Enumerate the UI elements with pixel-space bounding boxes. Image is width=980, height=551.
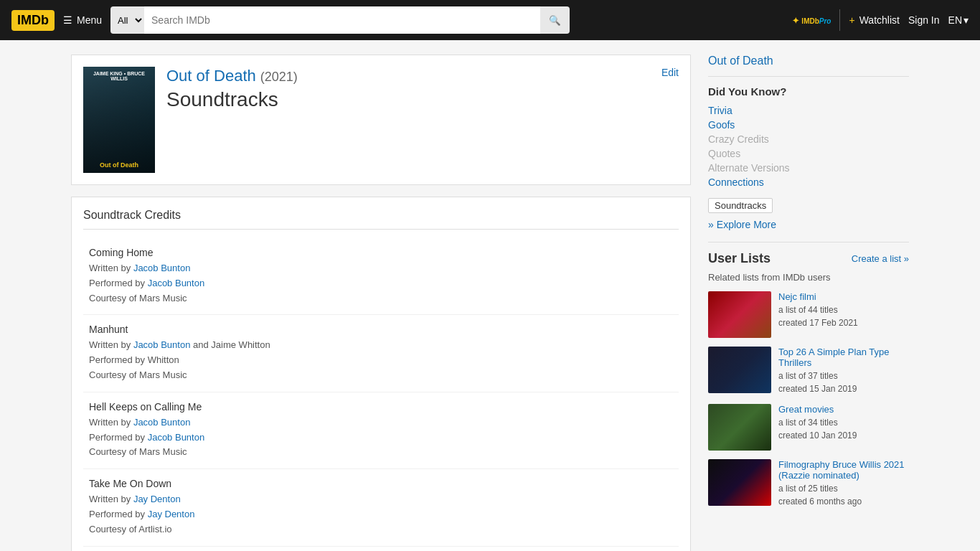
list-item: Top 26 A Simple Plan Type Thrillers a li…	[708, 347, 909, 395]
movie-year: (2021)	[260, 70, 298, 84]
soundtracks-badge: Soundtracks	[708, 198, 773, 213]
writer-link[interactable]: Jacob Bunton	[133, 263, 191, 273]
list-thumbnail	[708, 291, 771, 338]
search-input[interactable]	[144, 6, 540, 34]
trivia-link[interactable]: Trivia	[708, 105, 732, 116]
track-name: Manhunt	[89, 324, 673, 335]
related-lists-subtitle: Related lists from IMDb users	[708, 272, 909, 283]
main-content: JAIME KING • BRUCE WILLIS Out of Death O…	[71, 55, 691, 551]
poster-title-text: Out of Death	[88, 161, 151, 169]
track-meta: Written by Jacob Bunton and Jaime Whitto…	[89, 338, 673, 382]
list-info: Great movies a list of 34 titlescreated …	[778, 404, 909, 442]
performer-link[interactable]: Jacob Bunton	[148, 432, 205, 443]
connections-link[interactable]: Connections	[708, 176, 764, 188]
list-item: Nejc filmi a list of 44 titlescreated 17…	[708, 291, 909, 338]
track-name: Coming Home	[89, 247, 673, 258]
user-lists-header: User Lists Create a list »	[708, 251, 909, 266]
watchlist-button[interactable]: + Watchlist	[849, 14, 899, 26]
list-item: Great movies a list of 34 titlescreated …	[708, 404, 909, 451]
sidebar: Out of Death Did You Know? Trivia Goofs …	[708, 55, 909, 551]
quotes-label: Quotes	[708, 148, 740, 159]
chevron-down-icon: ▾	[963, 14, 969, 26]
list-meta: a list of 44 titlescreated 17 Feb 2021	[778, 303, 909, 329]
writer-link[interactable]: Jacob Bunton	[133, 417, 191, 428]
list-meta: a list of 37 titlescreated 15 Jan 2019	[778, 369, 909, 395]
double-chevron-icon: »	[708, 219, 714, 230]
performer-link[interactable]: Jacob Bunton	[148, 278, 205, 288]
edit-button[interactable]: Edit	[661, 67, 679, 78]
explore-more-link[interactable]: » Explore More	[708, 219, 909, 230]
sidebar-item-trivia: Trivia	[708, 103, 909, 118]
sidebar-item-quotes: Quotes	[708, 146, 909, 161]
sidebar-item-connections: Connections	[708, 175, 909, 189]
search-button[interactable]: 🔍	[540, 6, 570, 34]
movie-poster: JAIME KING • BRUCE WILLIS Out of Death	[83, 67, 155, 173]
credits-title: Soundtrack Credits	[83, 209, 679, 230]
list-thumbnail	[708, 347, 771, 393]
sidebar-divider-2	[708, 242, 909, 242]
main-header: IMDb ☰ Menu All 🔍 ✦ IMDbPro + Watchlist …	[0, 0, 980, 40]
goofs-link[interactable]: Goofs	[708, 119, 735, 131]
movie-header-card: JAIME KING • BRUCE WILLIS Out of Death O…	[71, 55, 691, 185]
list-meta: a list of 25 titlescreated 6 months ago	[778, 482, 909, 508]
list-info: Filmography Bruce Willis 2021 (Razzie no…	[778, 459, 909, 508]
hamburger-icon: ☰	[63, 14, 72, 26]
header-divider	[839, 9, 840, 31]
poster-actors-text: JAIME KING • BRUCE WILLIS	[88, 71, 151, 81]
track-item: Coming Home Written by Jacob Bunton Perf…	[83, 238, 679, 315]
did-you-know-label: Did You Know?	[708, 85, 909, 98]
page-subtitle: Soundtracks	[166, 88, 298, 111]
list-info: Top 26 A Simple Plan Type Thrillers a li…	[778, 347, 909, 395]
list-meta: a list of 34 titlescreated 10 Jan 2019	[778, 416, 909, 442]
track-name: Hell Keeps on Calling Me	[89, 401, 673, 413]
language-selector[interactable]: EN ▾	[948, 14, 969, 26]
sidebar-item-alternate-versions: Alternate Versions	[708, 161, 909, 175]
writer-link[interactable]: Jacob Bunton	[133, 339, 191, 350]
track-meta: Written by Jacob Bunton Performed by Jac…	[89, 261, 673, 306]
alternate-versions-label: Alternate Versions	[708, 162, 790, 174]
sidebar-item-crazy-credits: Crazy Credits	[708, 132, 909, 146]
sidebar-divider	[708, 76, 909, 77]
sidebar-links: Trivia Goofs Crazy Credits Quotes Altern…	[708, 103, 909, 189]
list-title-link[interactable]: Filmography Bruce Willis 2021 (Razzie no…	[778, 459, 909, 481]
track-item: Hell Keeps on Calling Me Written by Jaco…	[83, 392, 679, 469]
track-meta: Written by Jacob Bunton Performed by Jac…	[89, 415, 673, 460]
sidebar-item-goofs: Goofs	[708, 118, 909, 132]
watchlist-icon: +	[849, 14, 854, 26]
list-item: Filmography Bruce Willis 2021 (Razzie no…	[708, 459, 909, 508]
page-wrapper: JAIME KING • BRUCE WILLIS Out of Death O…	[60, 40, 920, 551]
track-name: Take Me On Down	[89, 478, 673, 489]
list-thumbnail	[708, 459, 771, 506]
list-thumbnail	[708, 404, 771, 451]
performer-link[interactable]: Jay Denton	[148, 509, 195, 519]
movie-info: Out of Death(2021) Soundtracks Edit	[166, 67, 679, 111]
credits-section: Soundtrack Credits Coming Home Written b…	[71, 197, 691, 551]
track-item: Manhunt Written by Jacob Bunton and Jaim…	[83, 315, 679, 392]
crazy-credits-label: Crazy Credits	[708, 133, 769, 145]
track-item: Take Me On Down Written by Jay Denton Pe…	[83, 469, 679, 546]
search-icon: 🔍	[549, 15, 561, 26]
user-lists-title: User Lists	[708, 251, 771, 266]
track-meta: Written by Jay Denton Performed by Jay D…	[89, 492, 673, 537]
sidebar-movie-title[interactable]: Out of Death	[708, 55, 909, 67]
track-item: Outlaws of the Old West Written by Evert…	[83, 547, 679, 551]
list-title-link[interactable]: Great movies	[778, 404, 909, 415]
writer-link[interactable]: Jay Denton	[133, 494, 181, 504]
imdb-logo[interactable]: IMDb	[11, 10, 55, 31]
list-title-link[interactable]: Nejc filmi	[778, 291, 909, 302]
search-category-select[interactable]: All	[110, 6, 144, 34]
search-container: All 🔍	[110, 6, 570, 34]
create-list-button[interactable]: Create a list »	[852, 253, 909, 264]
list-info: Nejc filmi a list of 44 titlescreated 17…	[778, 291, 909, 329]
imdbpro-logo[interactable]: ✦ IMDbPro	[792, 14, 831, 27]
movie-title[interactable]: Out of Death	[166, 67, 256, 85]
imdbpro-star-icon: ✦	[792, 16, 801, 26]
menu-button[interactable]: ☰ Menu	[63, 14, 102, 26]
list-title-link[interactable]: Top 26 A Simple Plan Type Thrillers	[778, 347, 909, 368]
signin-button[interactable]: Sign In	[908, 14, 940, 26]
